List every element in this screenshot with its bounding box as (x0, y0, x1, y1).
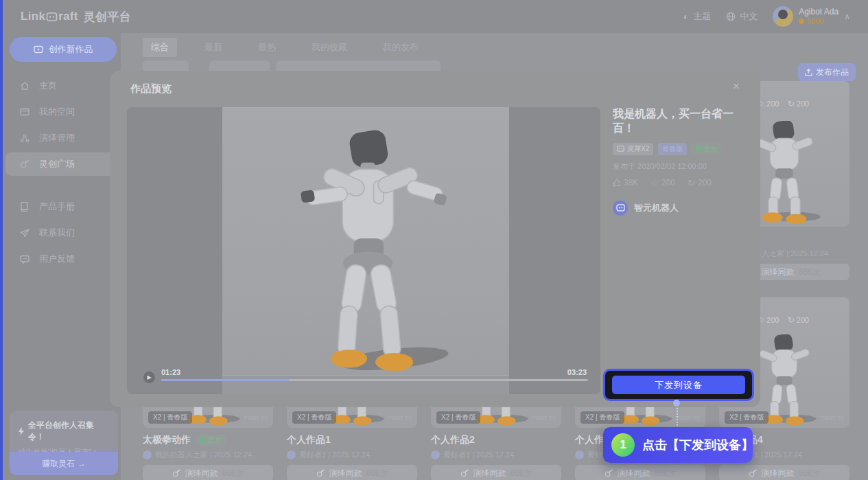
theme-toggle[interactable]: ◐ 主题 (683, 10, 711, 23)
robot-face-icon (617, 146, 624, 152)
upload-icon (805, 69, 812, 76)
publish-date: 发布于 2020/02/02 12:00:00 (613, 161, 747, 172)
chevron-up-icon[interactable]: ∧ (844, 12, 850, 21)
earn-gems-button[interactable]: 赚取灵石 → (10, 452, 118, 475)
deploy-highlight-ring: 下发到设备 (603, 369, 754, 401)
official-dot-icon (696, 146, 701, 151)
sort-tab-4[interactable]: 我的收藏 (303, 38, 355, 57)
language-switcher[interactable]: 中文 (726, 10, 758, 23)
work-card-author: 爱好者1 | 2025.12.24 (431, 450, 561, 460)
sort-tab-3[interactable]: 最热 (250, 38, 284, 57)
perform-same-button[interactable]: 演绎同款666次 (143, 465, 273, 480)
app-logo: Link raft 灵创平台 (21, 9, 131, 25)
author-avatar (431, 450, 440, 459)
sidebar-item-5[interactable]: 产品手册 (5, 195, 115, 218)
comet-icon (316, 469, 325, 478)
model-tag: 灵犀X2 (613, 143, 653, 155)
sidebar-item-label: 联系我们 (39, 227, 75, 239)
made-by-watermark: made by (676, 414, 700, 422)
perform-same-button[interactable]: 演绎同款666次 (287, 465, 417, 480)
model-badge: X2 | 青春版 (148, 411, 192, 424)
author-avatar (143, 450, 152, 459)
user-coins: 5000 (799, 17, 838, 26)
robot-face-icon (616, 204, 625, 212)
work-stats: 38K ☆200 ↻200 (613, 178, 747, 188)
promo-title: 全平台创作人召集令！ (28, 420, 110, 443)
sidebar: 创作新作品 主页 我的空间 演绎管理 灵创广场 产品手册 联系我们 用户反馈 全… (3, 33, 121, 480)
play-button[interactable]: ▶ (143, 372, 155, 383)
sidebar-item-label: 我的空间 (39, 106, 75, 118)
work-card-title: 个人作品1 (287, 434, 331, 446)
sidebar-item-label: 主页 (39, 80, 57, 92)
thumbs-up-icon (613, 179, 621, 187)
made-by-watermark: made by (532, 414, 556, 422)
sidebar-item-label: 产品手册 (39, 201, 75, 213)
sort-tabs: 综合 最新 最热 我的收藏 我的发布 (143, 38, 427, 57)
perform-same-button[interactable]: 演绎同款666次 (575, 465, 705, 480)
sidebar-item-2[interactable]: 我的空间 (5, 100, 115, 124)
video-player: ▶ 01:23 03:23 (127, 107, 600, 394)
robot-figure (281, 126, 453, 374)
comet-icon (604, 469, 613, 478)
sidebar-item-1[interactable]: 主页 (5, 74, 115, 98)
work-card-author: 爱好者1 | 2025.12.24 (287, 450, 417, 460)
sidebar-item-4[interactable]: 灵创广场 (5, 152, 115, 176)
perform-same-button[interactable]: 演绎同款666次 (431, 465, 561, 480)
sidebar-item-3[interactable]: 演绎管理 (5, 126, 115, 150)
model-badge: X2 | 青春版 (292, 411, 336, 424)
likes-stat[interactable]: 38K (613, 178, 638, 188)
progress-fill (161, 379, 290, 381)
step-number-badge: 1 (611, 433, 635, 457)
sort-tab-5[interactable]: 我的发布 (375, 38, 427, 57)
model-badge: X2 | 青春版 (436, 411, 480, 424)
theme-icon: ◐ (683, 11, 689, 22)
guide-tooltip: 1 点击【下发到设备】 (603, 427, 753, 463)
work-card-title: 太极拳动作 (143, 434, 191, 446)
robot-face-icon (46, 11, 58, 23)
author-avatar (287, 450, 296, 459)
made-by-watermark: made by (820, 414, 844, 422)
user-menu[interactable]: Agibot Ada 5000 ∧ (773, 6, 850, 27)
user-avatar (773, 6, 793, 27)
model-badge: X2 | 青春版 (580, 411, 624, 424)
shares-stat[interactable]: ↻200 (688, 178, 712, 188)
current-time: 01:23 (161, 368, 180, 376)
create-work-button[interactable]: 创作新作品 (10, 37, 117, 62)
sidebar-item-label: 灵创广场 (39, 158, 75, 170)
sort-tab-1[interactable]: 综合 (143, 38, 177, 57)
publish-work-button[interactable]: 发布作品 (798, 63, 856, 81)
sort-tab-2[interactable]: 最新 (196, 38, 231, 57)
folder-icon (19, 108, 30, 116)
comet-icon (172, 469, 180, 478)
guide-connector-dot (673, 400, 680, 407)
model-badge: X2 | 青春版 (725, 411, 769, 424)
nodes-icon (19, 134, 30, 143)
sidebar-item-7[interactable]: 用户反馈 (5, 247, 115, 271)
logo-text-cn: 灵创平台 (84, 9, 131, 25)
book-icon (19, 202, 30, 212)
work-author[interactable]: 智元机器人 (613, 201, 747, 216)
progress-bar[interactable] (161, 379, 588, 381)
work-title: 我是机器人，买一台省一百！ (613, 107, 747, 136)
stars-stat[interactable]: ☆200 (650, 178, 675, 188)
app-root: 38K ☆200 ↻200 官方 我的机器人之家 | 2025.12.24 演绎… (0, 0, 868, 480)
close-icon[interactable]: × (733, 80, 740, 93)
logo-text-prefix: Link (21, 10, 45, 23)
author-name: 智元机器人 (634, 202, 679, 214)
user-name: Agibot Ada (799, 8, 838, 17)
feedback-icon (19, 255, 30, 264)
sidebar-item-6[interactable]: 联系我们 (5, 221, 115, 244)
work-preview-modal: 作品预览 × (110, 71, 760, 407)
official-badge: 官方 (196, 435, 226, 446)
deploy-to-device-button[interactable]: 下发到设备 (612, 376, 745, 394)
author-avatar (575, 450, 584, 459)
perform-same-button[interactable]: 演绎同款666次 (719, 465, 849, 480)
comet-icon (748, 469, 757, 478)
modal-title: 作品预览 (130, 82, 172, 95)
work-card-title: 个人作品2 (431, 434, 475, 446)
author-avatar (613, 201, 628, 216)
made-by-watermark: made by (388, 414, 412, 422)
send-icon (19, 229, 30, 238)
language-label: 中文 (740, 10, 758, 23)
globe-icon (726, 12, 736, 21)
